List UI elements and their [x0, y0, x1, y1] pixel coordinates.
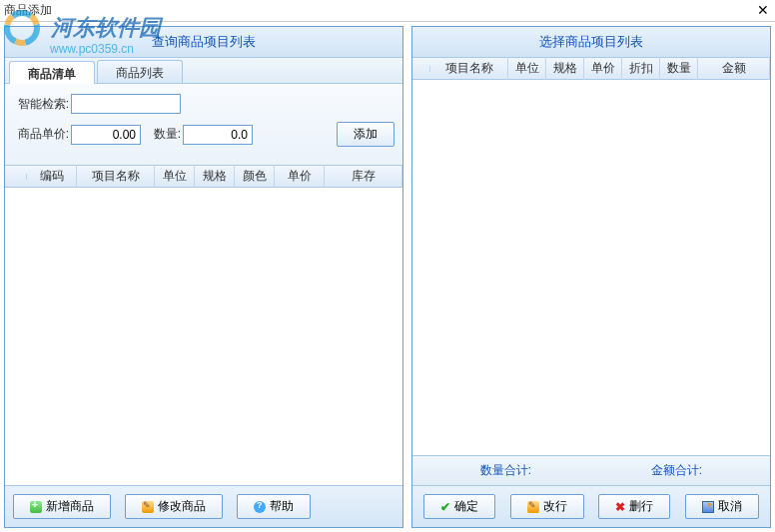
modify-row-button[interactable]: 改行	[510, 494, 584, 519]
left-footer: 新增商品 修改商品 帮助	[5, 485, 402, 527]
cancel-button[interactable]: 取消	[685, 494, 759, 519]
th-r-name[interactable]: 项目名称	[430, 57, 508, 80]
edit-row-icon	[527, 501, 539, 513]
close-button[interactable]: ✕	[757, 2, 769, 18]
selection-panel: 选择商品项目列表 项目名称 单位 规格 单价 折扣 数量 金额 数量合计: 金额…	[411, 26, 771, 528]
ok-button[interactable]: ✔确定	[423, 494, 495, 519]
search-label: 智能检索:	[13, 96, 69, 113]
tab-item-list[interactable]: 商品列表	[97, 60, 183, 83]
th-r-unit[interactable]: 单位	[508, 57, 546, 80]
th-spec[interactable]: 规格	[195, 165, 235, 188]
window-title: 商品添加	[4, 2, 52, 19]
amt-total-label: 金额合计:	[591, 462, 762, 479]
main-area: 查询商品项目列表 商品清单 商品列表 智能检索: 商品单价: 数量: 添加 编码…	[0, 22, 775, 532]
help-icon	[254, 501, 266, 513]
edit-icon	[142, 501, 154, 513]
th-code[interactable]: 编码	[27, 165, 77, 188]
search-input[interactable]	[71, 94, 181, 114]
delete-row-button[interactable]: ✖删行	[598, 494, 670, 519]
left-table-body[interactable]	[5, 188, 402, 485]
right-table-header: 项目名称 单位 规格 单价 折扣 数量 金额	[412, 58, 770, 80]
price-input[interactable]	[71, 125, 141, 145]
check-icon: ✔	[440, 500, 450, 514]
selection-panel-header: 选择商品项目列表	[412, 27, 770, 58]
edit-product-button[interactable]: 修改商品	[125, 494, 223, 519]
search-form: 智能检索: 商品单价: 数量: 添加	[5, 84, 402, 166]
th-unit[interactable]: 单位	[155, 165, 195, 188]
th-r-selector[interactable]	[412, 66, 430, 72]
th-r-spec[interactable]: 规格	[546, 57, 584, 80]
th-r-price[interactable]: 单价	[584, 57, 622, 80]
th-color[interactable]: 颜色	[235, 165, 275, 188]
delete-icon: ✖	[615, 500, 625, 514]
titlebar: 商品添加 ✕	[0, 0, 775, 22]
query-panel-header: 查询商品项目列表	[5, 27, 402, 58]
add-icon	[30, 501, 42, 513]
th-name[interactable]: 项目名称	[77, 165, 155, 188]
query-panel: 查询商品项目列表 商品清单 商品列表 智能检索: 商品单价: 数量: 添加 编码…	[4, 26, 403, 528]
summary-row: 数量合计: 金额合计:	[412, 455, 770, 485]
th-r-qty[interactable]: 数量	[660, 57, 698, 80]
qty-label: 数量:	[141, 126, 181, 143]
help-button[interactable]: 帮助	[237, 494, 311, 519]
th-selector[interactable]	[5, 174, 27, 180]
qty-total-label: 数量合计:	[420, 462, 591, 479]
right-footer: ✔确定 改行 ✖删行 取消	[412, 485, 770, 527]
cancel-icon	[702, 501, 714, 513]
qty-input[interactable]	[183, 125, 253, 145]
th-r-amount[interactable]: 金额	[698, 57, 770, 80]
tab-strip: 商品清单 商品列表	[5, 58, 402, 84]
th-stock[interactable]: 库存	[325, 165, 402, 188]
price-label: 商品单价:	[13, 126, 69, 143]
th-r-discount[interactable]: 折扣	[622, 57, 660, 80]
th-price[interactable]: 单价	[275, 165, 325, 188]
tab-product-list[interactable]: 商品清单	[9, 61, 95, 84]
add-button[interactable]: 添加	[337, 122, 394, 147]
new-product-button[interactable]: 新增商品	[13, 494, 111, 519]
left-table-header: 编码 项目名称 单位 规格 颜色 单价 库存	[5, 166, 402, 188]
right-table-body[interactable]	[412, 80, 770, 455]
